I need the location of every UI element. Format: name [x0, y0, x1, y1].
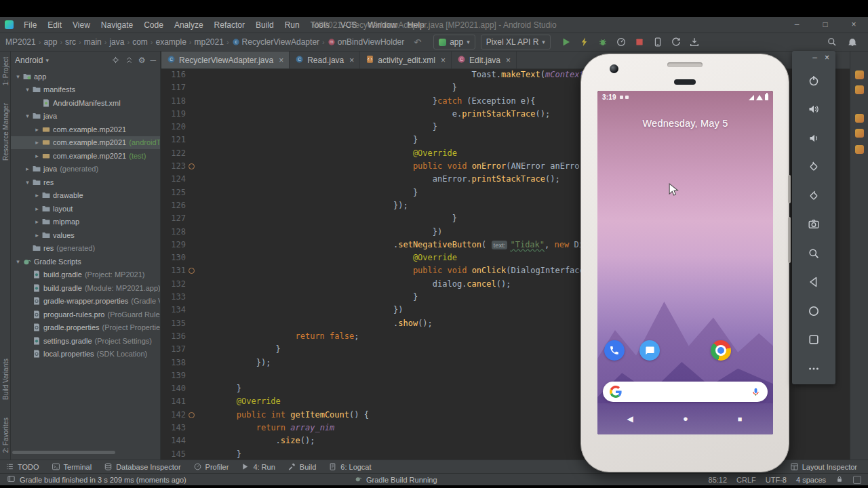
settings-icon[interactable]: ⚙	[138, 56, 146, 65]
stripe-build-variants[interactable]: Build Variants	[2, 359, 9, 400]
tree-arrow-icon[interactable]: ▸	[33, 218, 41, 225]
tree-item-proguard-rules-pro-proguard-rules-for-app[interactable]: proguard-rules.pro(ProGuard Rules for ap…	[11, 308, 160, 321]
bell-button[interactable]	[846, 36, 859, 48]
collapse-icon[interactable]	[125, 56, 134, 64]
mic-icon[interactable]	[751, 387, 761, 397]
google-search-bar[interactable]	[603, 382, 768, 402]
breadcrumb-com[interactable]: com	[132, 37, 148, 47]
tree-item-app[interactable]: ▾app	[11, 70, 160, 83]
caret-position[interactable]: 85:12	[709, 476, 728, 484]
line-separator[interactable]: CRLF	[736, 476, 756, 484]
menu-file[interactable]: File	[18, 20, 42, 30]
toolwindow-6-logcat[interactable]: 6: Logcat	[328, 462, 371, 471]
hide-icon[interactable]: ─	[150, 56, 156, 65]
messages-app-icon[interactable]	[639, 340, 660, 361]
breadcrumb-example[interactable]: example	[155, 37, 186, 47]
toolwindow-layout-inspector[interactable]: Layout Inspector	[790, 462, 857, 471]
search-button[interactable]	[826, 36, 838, 48]
tree-arrow-icon[interactable]: ▾	[23, 179, 32, 186]
emulator-close-button[interactable]: ×	[825, 53, 829, 63]
tree-item-settings-gradle-project-settings[interactable]: settings.gradle(Project Settings)	[11, 334, 160, 348]
tree-arrow-icon[interactable]: ▸	[33, 232, 41, 239]
close-tab-icon[interactable]: ×	[506, 56, 511, 65]
toolwindow-database-inspector[interactable]: Database Inspector	[104, 462, 180, 471]
sync-gradle-button[interactable]	[670, 36, 682, 48]
emulator-rotate-right-button[interactable]	[802, 184, 825, 207]
tree-item-com-example-mp2021-androidtest[interactable]: ▸com.example.mp2021(androidTest)	[11, 136, 160, 150]
toolwindow-4-run[interactable]: 4: Run	[241, 462, 275, 471]
right-stripe-icon[interactable]	[855, 114, 864, 123]
menu-code[interactable]: Code	[138, 20, 169, 30]
right-stripe-icon[interactable]	[855, 70, 864, 79]
menu-analyze[interactable]: Analyze	[169, 20, 209, 30]
phone-screen[interactable]: 3:19 Wednesday, May 5 ◀●■	[597, 91, 773, 434]
emulator-power-button[interactable]	[802, 69, 825, 92]
tree-arrow-icon[interactable]: ▸	[23, 165, 32, 172]
tree-item-com-example-mp2021[interactable]: ▸com.example.mp2021	[11, 123, 160, 136]
stop-button[interactable]	[633, 36, 646, 48]
tree-item-mipmap[interactable]: ▸mipmap	[11, 216, 160, 229]
tree-item-java[interactable]: ▾java	[11, 110, 160, 123]
tree-item-local-properties-sdk-location[interactable]: local.properties(SDK Location)	[11, 348, 160, 361]
sdk-manager-button[interactable]	[688, 36, 701, 48]
stripe-1-project[interactable]: 1: Project	[2, 57, 9, 85]
chrome-app-icon[interactable]	[711, 340, 731, 361]
toolwindow-todo[interactable]: TODO	[5, 462, 39, 471]
device-manager-button[interactable]	[652, 36, 664, 48]
run-config-select[interactable]: app ▾	[433, 35, 475, 49]
project-scrollbar[interactable]	[12, 451, 115, 454]
emulator-camera-button[interactable]	[802, 213, 825, 236]
tree-arrow-icon[interactable]: ▾	[23, 86, 32, 93]
phone-app-icon[interactable]	[604, 340, 625, 361]
close-tab-icon[interactable]: ×	[441, 56, 446, 65]
locate-icon[interactable]	[111, 56, 120, 64]
tree-item-layout[interactable]: ▸layout	[11, 202, 160, 216]
tree-item-gradle-scripts[interactable]: ▾Gradle Scripts	[11, 255, 160, 268]
tree-item-build-gradle-project-mp2021[interactable]: build.gradle(Project: MP2021)	[11, 268, 160, 282]
emulator-rotate-left-button[interactable]	[802, 155, 825, 178]
menu-run[interactable]: Run	[279, 20, 305, 30]
breadcrumb-app[interactable]: app	[43, 37, 57, 47]
stripe-2-favorites[interactable]: 2: Favorites	[2, 418, 9, 453]
breadcrumb-src[interactable]: src	[65, 37, 76, 47]
tree-arrow-icon[interactable]: ▸	[33, 152, 41, 159]
tree-arrow-icon[interactable]: ▸	[33, 126, 41, 133]
tree-item-java-generated[interactable]: ▸java(generated)	[11, 163, 160, 176]
tree-arrow-icon[interactable]: ▾	[14, 73, 22, 80]
stripe-resource-manager[interactable]: Resource Manager	[2, 103, 9, 161]
breadcrumb-java[interactable]: java	[109, 37, 124, 47]
indent-config[interactable]: 4 spaces	[796, 476, 826, 484]
emulator-back-button[interactable]	[802, 270, 825, 293]
device-select[interactable]: Pixel XL API R ▾	[481, 35, 551, 49]
window-toggle-icon[interactable]	[7, 474, 16, 485]
toolwindow-profiler[interactable]: Profiler	[193, 462, 229, 471]
tree-item-gradle-wrapper-properties-gradle-version[interactable]: gradle-wrapper.properties(Gradle Version…	[11, 295, 160, 308]
profile-button[interactable]	[615, 36, 627, 48]
emulator-zoom-button[interactable]	[802, 242, 825, 265]
tree-item-build-gradle-module-mp2021-app[interactable]: build.gradle(Module: MP2021.app)	[11, 281, 160, 295]
tab-edit-java[interactable]: CEdit.java×	[452, 52, 517, 68]
nav-back-icon[interactable]: ◀	[625, 403, 635, 434]
readonly-lock-icon[interactable]	[835, 475, 844, 485]
emulator-more-button[interactable]	[802, 357, 825, 380]
close-tab-icon[interactable]: ×	[279, 56, 283, 65]
tree-item-res-generated[interactable]: res(generated)	[11, 242, 160, 256]
tree-item-com-example-mp2021-test[interactable]: ▸com.example.mp2021(test)	[11, 149, 160, 163]
nav-home-icon[interactable]: ●	[680, 403, 691, 434]
close-button[interactable]: ×	[840, 17, 868, 33]
breadcrumb-main[interactable]: main	[84, 37, 102, 47]
toolwindow-build[interactable]: Build	[288, 462, 316, 471]
tab-read-java[interactable]: CRead.java×	[290, 52, 360, 68]
tab-recyclerviewadapter-java[interactable]: CRecyclerViewAdapter.java×	[161, 52, 290, 68]
right-stripe-icon[interactable]	[855, 129, 864, 138]
apply-changes-button[interactable]	[578, 36, 591, 48]
maximize-button[interactable]: □	[811, 17, 840, 33]
memory-indicator-icon[interactable]	[853, 476, 861, 484]
tree-item-gradle-properties-project-properties[interactable]: gradle.properties(Project Properties)	[11, 321, 160, 335]
menu-view[interactable]: View	[67, 20, 96, 30]
breadcrumb-onbindviewholder[interactable]: monBindViewHolder	[328, 37, 405, 47]
breadcrumb-mp2021[interactable]: mp2021	[195, 37, 224, 47]
menu-build[interactable]: Build	[250, 20, 279, 30]
project-view-selector[interactable]: Android	[15, 56, 43, 65]
toolwindow-terminal[interactable]: Terminal	[52, 462, 92, 471]
